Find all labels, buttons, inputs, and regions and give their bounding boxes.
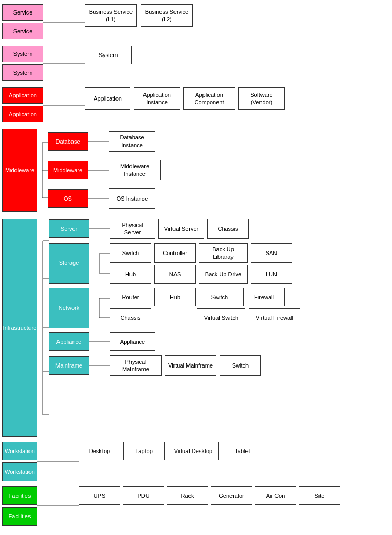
main-diagram: Service Service Business Service (L1) Bu… — [0, 0, 392, 535]
desktop-node: Desktop — [79, 442, 120, 460]
ups-node: UPS — [79, 486, 120, 505]
workstation-label-1: Workstation — [2, 442, 37, 460]
appliance-node: Appliance — [110, 332, 155, 351]
laptop-node: Laptop — [123, 442, 165, 460]
app-connector-svg — [43, 87, 85, 123]
site-node: Site — [299, 486, 340, 505]
software-vendor-node: Software (Vendor) — [238, 87, 285, 110]
service-box-1: Service — [2, 4, 43, 21]
hub-storage-node: Hub — [110, 265, 151, 284]
virtual-mainframe-node: Virtual Mainframe — [165, 355, 216, 376]
lun-node: LUN — [251, 265, 292, 284]
business-service-l1: Business Service (L1) — [85, 4, 137, 27]
mainframe-connector — [89, 356, 110, 375]
switch-network-node: Switch — [199, 288, 240, 306]
server-connector — [89, 219, 110, 238]
application-box-2: Application — [2, 106, 43, 122]
infrastructure-label: Infrastructure — [2, 219, 37, 437]
chassis-server-node: Chassis — [207, 219, 249, 239]
storage-switch-node: Switch — [110, 243, 151, 263]
mainframe-switch-node: Switch — [220, 355, 261, 376]
backup-library-node: Back Up Libraray — [199, 243, 248, 263]
network-sub-row: Network Router Hub Switch Firewall Chass… — [49, 288, 300, 328]
os-box: OS — [48, 189, 88, 208]
os-connector — [88, 189, 109, 208]
rack-node: Rack — [167, 486, 208, 505]
backup-drive-node: Back Up Drive — [199, 265, 248, 284]
system-row: System System System — [2, 46, 390, 82]
hub-network-node: Hub — [154, 288, 196, 306]
appliance-connector — [89, 332, 110, 351]
network-spacer — [154, 308, 194, 327]
storage-box: Storage — [49, 243, 89, 284]
pdu-node: PDU — [123, 486, 164, 505]
virtual-firewall-node: Virtual Firewall — [249, 308, 300, 327]
application-component-node: Application Component — [183, 87, 235, 110]
virtual-server-node: Virtual Server — [158, 219, 204, 239]
system-box-1: System — [2, 46, 43, 62]
application-instance-node: Application Instance — [134, 87, 180, 110]
nas-node: NAS — [154, 265, 196, 284]
service-box-2: Service — [2, 23, 43, 39]
middleware-tree-svg — [37, 129, 48, 212]
middleware-instance-node: Middleware Instance — [109, 160, 161, 180]
appliance-sub-row: Appliance Appliance — [49, 332, 300, 351]
business-service-l2: Business Service (L2) — [141, 4, 193, 27]
tablet-node: Tablet — [222, 442, 263, 460]
facilities-label-1: Facilities — [2, 486, 37, 505]
san-node: SAN — [251, 243, 292, 263]
mainframe-box: Mainframe — [49, 356, 89, 375]
system-box-2: System — [2, 64, 43, 81]
middleware-row: Middleware Database Database Inst — [2, 129, 390, 212]
workstation-connector-svg — [37, 442, 79, 481]
physical-mainframe-node: Physical Mainframe — [110, 355, 162, 376]
server-sub-row: Server Physical Server Virtual Server Ch… — [49, 219, 300, 239]
os-instance-node: OS Instance — [109, 188, 155, 209]
router-node: Router — [110, 288, 151, 306]
application-box-1: Application — [2, 87, 43, 104]
facilities-row: Facilities Facilities UPS PDU Rack Gener… — [2, 486, 390, 526]
system-node: System — [85, 46, 132, 64]
db-connector — [88, 132, 109, 151]
application-row: Application Application Application Appl… — [2, 87, 390, 123]
workstation-label-2: Workstation — [2, 462, 37, 481]
virtual-desktop-node: Virtual Desktop — [168, 442, 219, 460]
system-connector-svg — [43, 46, 85, 82]
storage-connector — [89, 243, 110, 284]
appliance-box: Appliance — [49, 332, 89, 351]
storage-sub-row: Storage Switch Controller Back Up Librar… — [49, 243, 300, 284]
facilities-connector-svg — [37, 486, 79, 526]
server-box: Server — [49, 219, 89, 238]
controller-node: Controller — [154, 243, 196, 263]
service-row: Service Service Business Service (L1) Bu… — [2, 4, 390, 40]
service-connector-svg — [43, 4, 85, 40]
database-instance-node: Database Instance — [109, 131, 155, 152]
physical-server-node: Physical Server — [110, 219, 155, 239]
workstation-row: Workstation Workstation Desktop Laptop V… — [2, 442, 390, 481]
infrastructure-row: Infrastructure Server — [2, 219, 390, 437]
aircon-node: Air Con — [255, 486, 296, 505]
mw-connector — [88, 161, 109, 179]
database-box: Database — [48, 132, 88, 151]
chassis-network-node: Chassis — [110, 308, 151, 327]
virtual-switch-node: Virtual Switch — [197, 308, 245, 327]
mainframe-sub-row: Mainframe Physical Mainframe Virtual Mai… — [49, 355, 300, 376]
middleware-sub-box: Middleware — [48, 161, 88, 179]
infra-tree-svg — [37, 219, 49, 437]
middleware-big-box: Middleware — [2, 129, 37, 212]
firewall-node: Firewall — [243, 288, 285, 306]
application-node: Application — [85, 87, 130, 110]
facilities-label-2: Facilities — [2, 507, 37, 526]
generator-node: Generator — [211, 486, 252, 505]
network-box: Network — [49, 288, 89, 328]
network-connector — [89, 288, 110, 328]
